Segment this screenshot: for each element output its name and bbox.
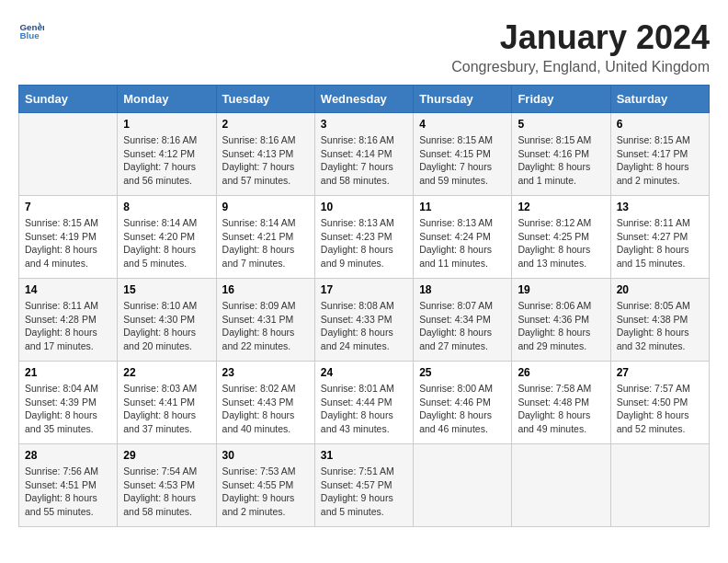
day-info: Sunrise: 7:57 AMSunset: 4:50 PMDaylight:…	[617, 382, 703, 436]
calendar-cell: 19Sunrise: 8:06 AMSunset: 4:36 PMDayligh…	[512, 279, 610, 362]
calendar-cell: 14Sunrise: 8:11 AMSunset: 4:28 PMDayligh…	[19, 279, 118, 362]
day-number: 10	[321, 201, 407, 213]
weekday-header-thursday: Thursday	[414, 86, 512, 113]
day-number: 7	[25, 201, 111, 213]
calendar-cell: 7Sunrise: 8:15 AMSunset: 4:19 PMDaylight…	[19, 196, 118, 279]
day-info: Sunrise: 8:16 AMSunset: 4:14 PMDaylight:…	[321, 133, 407, 188]
day-number: 21	[25, 366, 111, 379]
day-info: Sunrise: 8:13 AMSunset: 4:23 PMDaylight:…	[321, 216, 407, 270]
calendar-cell: 31Sunrise: 7:51 AMSunset: 4:57 PMDayligh…	[314, 444, 413, 527]
day-info: Sunrise: 7:53 AMSunset: 4:55 PMDaylight:…	[222, 465, 309, 519]
day-info: Sunrise: 8:02 AMSunset: 4:43 PMDaylight:…	[222, 382, 309, 436]
day-info: Sunrise: 8:14 AMSunset: 4:21 PMDaylight:…	[222, 216, 309, 270]
calendar-cell: 18Sunrise: 8:07 AMSunset: 4:34 PMDayligh…	[414, 279, 512, 362]
day-number: 3	[321, 118, 407, 131]
day-info: Sunrise: 8:03 AMSunset: 4:41 PMDaylight:…	[123, 382, 210, 436]
calendar-cell: 9Sunrise: 8:14 AMSunset: 4:21 PMDaylight…	[216, 196, 314, 279]
calendar-cell: 1Sunrise: 8:16 AMSunset: 4:12 PMDaylight…	[118, 113, 216, 196]
day-number: 19	[518, 283, 604, 296]
day-number: 18	[419, 283, 506, 296]
calendar-cell: 8Sunrise: 8:14 AMSunset: 4:20 PMDaylight…	[118, 196, 216, 279]
day-info: Sunrise: 8:08 AMSunset: 4:33 PMDaylight:…	[321, 299, 407, 353]
calendar-cell: 26Sunrise: 7:58 AMSunset: 4:48 PMDayligh…	[512, 362, 610, 444]
day-info: Sunrise: 8:15 AMSunset: 4:15 PMDaylight:…	[419, 133, 506, 188]
day-number: 27	[617, 366, 703, 379]
calendar-week-row: 1Sunrise: 8:16 AMSunset: 4:12 PMDaylight…	[19, 113, 710, 196]
page-header: General Blue January 2024 Congresbury, E…	[18, 18, 710, 75]
day-number: 26	[518, 366, 604, 379]
calendar-cell: 29Sunrise: 7:54 AMSunset: 4:53 PMDayligh…	[118, 444, 216, 527]
calendar-cell: 6Sunrise: 8:15 AMSunset: 4:17 PMDaylight…	[610, 113, 709, 196]
calendar-week-row: 7Sunrise: 8:15 AMSunset: 4:19 PMDaylight…	[19, 196, 710, 279]
day-number: 17	[321, 283, 407, 296]
day-info: Sunrise: 8:14 AMSunset: 4:20 PMDaylight:…	[123, 216, 210, 270]
day-number: 4	[419, 118, 506, 131]
calendar-cell: 25Sunrise: 8:00 AMSunset: 4:46 PMDayligh…	[414, 362, 512, 444]
calendar-cell: 24Sunrise: 8:01 AMSunset: 4:44 PMDayligh…	[314, 362, 413, 444]
day-number: 22	[123, 366, 210, 379]
day-number: 15	[123, 283, 210, 296]
calendar-cell: 3Sunrise: 8:16 AMSunset: 4:14 PMDaylight…	[314, 113, 413, 196]
calendar-cell	[512, 444, 610, 527]
calendar-cell: 5Sunrise: 8:15 AMSunset: 4:16 PMDaylight…	[512, 113, 610, 196]
day-number: 23	[222, 366, 309, 379]
weekday-header-monday: Monday	[118, 86, 216, 113]
day-number: 2	[222, 118, 309, 131]
calendar-cell: 27Sunrise: 7:57 AMSunset: 4:50 PMDayligh…	[610, 362, 709, 444]
day-number: 14	[25, 283, 111, 296]
day-number: 5	[518, 118, 604, 131]
calendar-cell: 4Sunrise: 8:15 AMSunset: 4:15 PMDaylight…	[414, 113, 512, 196]
day-number: 24	[321, 366, 407, 379]
calendar-cell: 22Sunrise: 8:03 AMSunset: 4:41 PMDayligh…	[118, 362, 216, 444]
day-number: 16	[222, 283, 309, 296]
day-info: Sunrise: 8:11 AMSunset: 4:28 PMDaylight:…	[25, 299, 111, 353]
day-info: Sunrise: 8:06 AMSunset: 4:36 PMDaylight:…	[518, 299, 604, 353]
day-info: Sunrise: 8:10 AMSunset: 4:30 PMDaylight:…	[123, 299, 210, 353]
calendar-cell: 17Sunrise: 8:08 AMSunset: 4:33 PMDayligh…	[314, 279, 413, 362]
day-number: 1	[123, 118, 210, 131]
day-number: 11	[419, 201, 506, 213]
location-title: Congresbury, England, United Kingdom	[451, 59, 710, 75]
day-info: Sunrise: 7:51 AMSunset: 4:57 PMDaylight:…	[321, 465, 407, 519]
calendar-cell: 16Sunrise: 8:09 AMSunset: 4:31 PMDayligh…	[216, 279, 314, 362]
day-info: Sunrise: 8:15 AMSunset: 4:19 PMDaylight:…	[25, 216, 111, 270]
day-info: Sunrise: 8:15 AMSunset: 4:17 PMDaylight:…	[617, 133, 703, 188]
calendar-week-row: 14Sunrise: 8:11 AMSunset: 4:28 PMDayligh…	[19, 279, 710, 362]
calendar-cell: 28Sunrise: 7:56 AMSunset: 4:51 PMDayligh…	[19, 444, 118, 527]
day-info: Sunrise: 7:58 AMSunset: 4:48 PMDaylight:…	[518, 382, 604, 436]
title-section: January 2024 Congresbury, England, Unite…	[451, 18, 710, 75]
calendar-week-row: 28Sunrise: 7:56 AMSunset: 4:51 PMDayligh…	[19, 444, 710, 527]
calendar-cell	[610, 444, 709, 527]
calendar-cell: 10Sunrise: 8:13 AMSunset: 4:23 PMDayligh…	[314, 196, 413, 279]
day-info: Sunrise: 7:56 AMSunset: 4:51 PMDaylight:…	[25, 465, 111, 519]
day-number: 25	[419, 366, 506, 379]
calendar-week-row: 21Sunrise: 8:04 AMSunset: 4:39 PMDayligh…	[19, 362, 710, 444]
calendar-cell: 23Sunrise: 8:02 AMSunset: 4:43 PMDayligh…	[216, 362, 314, 444]
day-number: 20	[617, 283, 703, 296]
calendar-cell: 30Sunrise: 7:53 AMSunset: 4:55 PMDayligh…	[216, 444, 314, 527]
day-info: Sunrise: 8:13 AMSunset: 4:24 PMDaylight:…	[419, 216, 506, 270]
day-number: 12	[518, 201, 604, 213]
weekday-header-tuesday: Tuesday	[216, 86, 314, 113]
month-title: January 2024	[451, 18, 710, 57]
weekday-header-saturday: Saturday	[610, 86, 709, 113]
day-info: Sunrise: 7:54 AMSunset: 4:53 PMDaylight:…	[123, 465, 210, 519]
day-info: Sunrise: 8:04 AMSunset: 4:39 PMDaylight:…	[25, 382, 111, 436]
day-number: 28	[25, 449, 111, 462]
logo: General Blue	[18, 18, 44, 44]
logo-icon: General Blue	[18, 18, 44, 44]
calendar-cell: 11Sunrise: 8:13 AMSunset: 4:24 PMDayligh…	[414, 196, 512, 279]
calendar-cell: 20Sunrise: 8:05 AMSunset: 4:38 PMDayligh…	[610, 279, 709, 362]
calendar-cell	[414, 444, 512, 527]
calendar-table: SundayMondayTuesdayWednesdayThursdayFrid…	[18, 85, 710, 527]
day-info: Sunrise: 8:00 AMSunset: 4:46 PMDaylight:…	[419, 382, 506, 436]
day-info: Sunrise: 8:11 AMSunset: 4:27 PMDaylight:…	[617, 216, 703, 270]
calendar-cell: 12Sunrise: 8:12 AMSunset: 4:25 PMDayligh…	[512, 196, 610, 279]
day-number: 6	[617, 118, 703, 131]
weekday-header-sunday: Sunday	[19, 86, 118, 113]
day-number: 31	[321, 449, 407, 462]
day-number: 9	[222, 201, 309, 213]
day-number: 13	[617, 201, 703, 213]
day-info: Sunrise: 8:07 AMSunset: 4:34 PMDaylight:…	[419, 299, 506, 353]
weekday-header-row: SundayMondayTuesdayWednesdayThursdayFrid…	[19, 86, 710, 113]
